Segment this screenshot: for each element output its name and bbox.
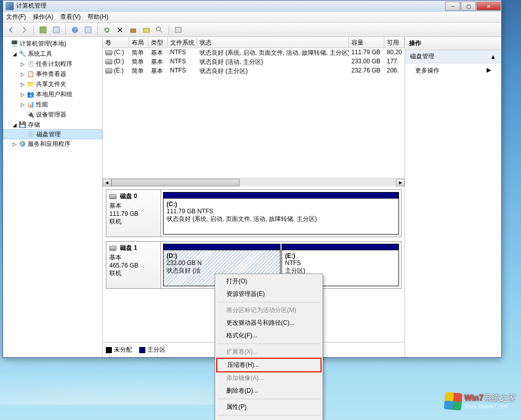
horizontal-scrollbar[interactable]: ◀ ▶ [103,178,405,186]
back-button[interactable] [6,25,16,35]
tree-systools[interactable]: ◢🔧系统工具 [3,49,102,59]
disk-info[interactable]: 磁盘 1基本465.76 GB联机 [106,242,161,288]
maximize-button[interactable]: ▢ [461,2,476,11]
scroll-track[interactable] [111,179,396,186]
svg-rect-5 [131,29,136,32]
col-type[interactable]: 类型 [148,37,168,48]
forward-button[interactable] [19,25,29,35]
tree-eventviewer[interactable]: ▷📋事件查看器 [3,69,102,79]
view-icon[interactable] [83,25,93,35]
refresh-icon[interactable] [102,25,112,35]
app-icon [6,2,14,10]
volume-row[interactable]: (E:)简单基本NTFS状态良好 (主分区)232.76 GB206. [103,66,405,75]
ctx-delete[interactable]: 删除卷(D)... [216,385,322,397]
scroll-right-button[interactable]: ▶ [396,179,405,186]
actions-diskmgmt[interactable]: 磁盘管理▲ [405,50,501,63]
partition[interactable]: (C:)111.79 GB NTFS状态良好 (系统, 启动, 页面文件, 活动… [163,192,399,235]
svg-point-7 [156,27,161,31]
ctx-mirror: 添加镜像(A)... [216,372,322,385]
svg-rect-6 [143,28,149,32]
col-volume[interactable]: 卷 [103,37,129,48]
menu-file[interactable]: 文件(F) [6,13,26,21]
legend-unallocated: 未分配 [106,346,132,354]
settings-icon[interactable] [128,25,138,35]
tree-performance[interactable]: ▷📊性能 [3,99,102,109]
titlebar[interactable]: 计算机管理 ─ ▢ [3,1,501,12]
tree-devicemgr[interactable]: 🔌设备管理器 [3,109,102,120]
search-icon[interactable] [154,25,165,35]
svg-rect-4 [85,27,91,33]
tree-localusers[interactable]: ▷👥本地用户和组 [3,89,102,99]
partition-bar [164,193,398,199]
menu-action[interactable]: 操作(A) [33,13,53,21]
col-layout[interactable]: 布局 [129,37,148,48]
ctx-shrink[interactable]: 压缩卷(H)... [217,359,320,371]
toolbar-separator [33,25,34,35]
svg-rect-0 [40,27,46,33]
tree-diskmgmt[interactable]: 💿磁盘管理 [3,129,102,139]
volume-header: 卷 布局 类型 文件系统 状态 容量 可用 [103,37,405,48]
actions-header: 操作 [405,37,501,50]
col-capacity[interactable]: 容量 [349,37,384,48]
partition-area: (C:)111.79 GB NTFS状态良好 (系统, 启动, 页面文件, 活动… [161,190,401,237]
toolbar: ? [3,23,501,37]
folder-icon[interactable] [141,25,151,35]
delete-icon[interactable] [115,25,125,35]
scroll-left-button[interactable]: ◀ [103,179,111,186]
watermark: Win7系统之家 Www.Winwin7.com [445,393,516,410]
up-button[interactable] [38,25,48,35]
ctx-format[interactable]: 格式化(F)... [216,329,322,342]
collapse-icon: ▲ [490,53,496,60]
chevron-right-icon: ▶ [487,66,491,75]
tree-root[interactable]: 🖥️计算机管理(本地) [3,39,102,49]
navigation-tree[interactable]: 🖥️计算机管理(本地) ◢🔧系统工具 ▷⏱️任务计划程序 ▷📋事件查看器 ▷📁共… [3,37,103,357]
help-icon[interactable]: ? [70,25,80,35]
ctx-properties[interactable]: 属性(P) [216,401,322,413]
window-title: 计算机管理 [16,2,445,10]
drive-icon [105,50,112,55]
svg-rect-8 [175,27,181,32]
toolbar-separator [65,25,66,35]
legend-primary: 主分区 [139,346,166,354]
partition-bar [164,244,280,250]
toolbar-separator [169,25,169,35]
menu-separator [217,302,320,302]
ctx-open[interactable]: 打开(O) [216,275,322,288]
disk-icon [109,246,116,251]
volume-row[interactable]: (C:)简单基本NTFS状态良好 (系统, 启动, 页面文件, 活动, 故障转储… [103,48,405,57]
minimize-button[interactable]: ─ [445,2,460,11]
col-status[interactable]: 状态 [197,37,349,48]
tree-storage[interactable]: ◢💾存储 [3,120,102,130]
tree-sharedfolders[interactable]: ▷📁共享文件夹 [3,79,102,89]
tree-services[interactable]: ▷⚙️服务和应用程序 [3,139,102,149]
ctx-changeletter[interactable]: 更改驱动器号和路径(C)... [216,317,322,329]
tree-taskscheduler[interactable]: ▷⏱️任务计划程序 [3,59,102,69]
ctx-markactive: 将分区标记为活动分区(M) [216,304,322,317]
volume-list[interactable]: 卷 布局 类型 文件系统 状态 容量 可用 (C:)简单基本NTFS状态良好 (… [103,37,405,178]
col-fs[interactable]: 文件系统 [168,37,197,48]
menu-view[interactable]: 查看(V) [60,13,81,21]
close-button[interactable] [476,2,501,11]
ctx-explorer[interactable]: 资源管理器(E) [216,288,322,300]
actions-more[interactable]: 更多操作▶ [405,63,501,78]
disk-info[interactable]: 磁盘 0基本111.79 GB联机 [106,190,161,237]
disk-block: 磁盘 0基本111.79 GB联机(C:)111.79 GB NTFS状态良好 … [106,189,402,237]
partition-body: (C:)111.79 GB NTFS状态良好 (系统, 启动, 页面文件, 活动… [164,199,398,234]
svg-text:?: ? [73,27,76,33]
ctx-help[interactable]: 帮助(H) [216,417,322,420]
window-buttons: ─ ▢ [445,1,501,11]
watermark-text: Win7系统之家 [464,393,516,404]
col-free[interactable]: 可用 [384,37,405,48]
list-icon[interactable] [173,25,183,35]
volume-row[interactable]: (D:)简单基本NTFS状态良好 (活动, 主分区)233.00 GB177. [103,57,405,66]
disk-icon [109,194,116,199]
watermark-logo [444,392,463,411]
properties-button[interactable] [51,25,61,35]
menubar: 文件(F) 操作(A) 查看(V) 帮助(H) [3,12,501,23]
menu-help[interactable]: 帮助(H) [88,13,108,21]
scroll-thumb[interactable] [111,179,239,186]
svg-rect-1 [53,27,59,33]
context-menu: 打开(O) 资源管理器(E) 将分区标记为活动分区(M) 更改驱动器号和路径(C… [215,274,323,420]
ctx-extend: 扩展卷(X)... [216,346,322,358]
menu-separator [217,343,320,344]
